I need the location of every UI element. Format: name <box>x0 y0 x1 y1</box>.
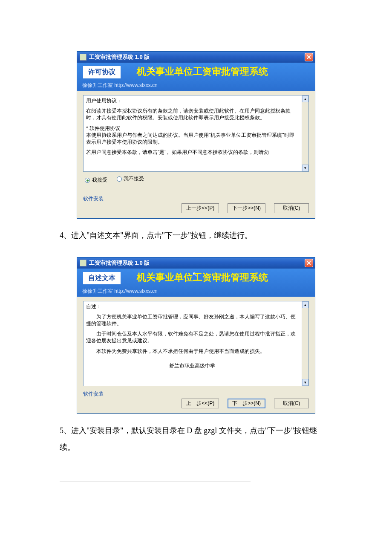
doc-step-5: 5、进入"安装目录"，默认安装目录在 D 盘 gzgl 文件夹，点击"下一步"按… <box>60 422 332 456</box>
radio-reject[interactable]: 我不接受 <box>117 175 144 182</box>
header-box-label: 许可协议 <box>83 66 121 78</box>
doc-step-4: 4、进入"自述文本"界面，点击"下一步"按钮，继续进行。 <box>60 227 332 244</box>
cancel-button[interactable]: 取消(C) <box>274 203 309 213</box>
readme-p3: 本软件为免费共享软件，本人不承担任何由于用户使用不当而造成的损失。 <box>86 348 298 355</box>
header-band: 自述文本 机关事业单位工资审批管理系统 ↖ 徐徐升工作室 http://www.… <box>77 269 315 297</box>
license-heading: 用户使用协议： <box>86 97 298 104</box>
readme-textbox[interactable]: 自述： 为了方便机关事业单位工资审批管理，应同事、好友孙刚之邀，本人编写了这款小… <box>83 301 309 386</box>
close-button[interactable]: ✕ <box>305 53 313 61</box>
header-band: 许可协议 机关事业单位工资审批管理系统 ↖ 徐徐升工作室 http://www.… <box>77 63 315 91</box>
header-box-label: 自述文本 <box>83 272 121 284</box>
cancel-button[interactable]: 取消(C) <box>274 399 309 408</box>
scroll-up-icon[interactable]: ▴ <box>302 95 308 102</box>
install-label: 软件安装 <box>83 390 309 398</box>
readme-dialog: 工资审批管理系统 1.0 版 ✕ 自述文本 机关事业单位工资审批管理系统 ↖ 徐… <box>77 257 315 414</box>
license-dialog: 工资审批管理系统 1.0 版 ✕ 许可协议 机关事业单位工资审批管理系统 ↖ 徐… <box>77 51 315 219</box>
next-button[interactable]: 下一步>>(N) <box>228 399 265 408</box>
license-p2a: * 软件使用协议 <box>86 125 298 132</box>
scrollbar[interactable]: ▴ ▾ <box>302 95 308 171</box>
radio-dot-icon <box>117 176 122 182</box>
radio-dot-icon <box>85 178 90 183</box>
scrollbar[interactable]: ▴ ▾ <box>302 301 308 386</box>
radio-reject-label: 我不接受 <box>124 175 144 182</box>
dialog-footer: 软件安装 上一步<<(P) 下一步>>(N) 取消(C) <box>77 195 315 218</box>
content-area: 自述： 为了方便机关事业单位工资审批管理，应同事、好友孙刚之邀，本人编写了这款小… <box>77 297 315 390</box>
dialog-footer: 软件安装 上一步<<(P) 下一步>>(N) 取消(C) <box>77 390 315 413</box>
radio-accept[interactable]: 我接受 <box>85 176 108 184</box>
window-title: 工资审批管理系统 1.0 版 <box>89 259 150 267</box>
radio-group: 我接受 我不接受 <box>83 172 309 191</box>
readme-signature: 舒兰市职业高级中学 <box>86 362 298 369</box>
readme-p2: 由于时间仓促及本人水平有限，软件难免有不足之处，恳请您在使用过程中批评指正，欢迎… <box>86 330 298 344</box>
license-p2b: 本使用协议系用户与作者之间达成的协议。当用户使用"机关事业单位工资审批管理系统"… <box>86 132 298 145</box>
install-label: 软件安装 <box>83 195 309 202</box>
prev-button[interactable]: 上一步<<(P) <box>182 399 219 408</box>
prev-button[interactable]: 上一步<<(P) <box>182 203 219 213</box>
readme-p1: 为了方便机关事业单位工资审批管理，应同事、好友孙刚之邀，本人编写了这款小巧、便捷… <box>86 313 298 327</box>
scroll-down-icon[interactable]: ▾ <box>302 165 308 171</box>
window-title: 工资审批管理系统 1.0 版 <box>89 53 150 61</box>
header-url: 徐徐升工作室 http://www.slxxs.cn <box>82 288 158 295</box>
scroll-up-icon[interactable]: ▴ <box>302 301 308 308</box>
titlebar[interactable]: 工资审批管理系统 1.0 版 ✕ <box>77 257 315 269</box>
header-url: 徐徐升工作室 http://www.slxxs.cn <box>82 82 158 89</box>
app-icon <box>80 54 86 61</box>
license-p3: 若用户同意接受本条款，请单击"是"。如果用户不同意本授权协议的条款，则请勿 <box>86 149 298 156</box>
radio-accept-label: 我接受 <box>92 176 108 184</box>
license-textbox[interactable]: 用户使用协议： 在阅读并接受本授权协议所有的条款之前，请勿安装或使用此软件。在用… <box>83 95 309 172</box>
readme-heading: 自述： <box>86 303 298 310</box>
content-area: 用户使用协议： 在阅读并接受本授权协议所有的条款之前，请勿安装或使用此软件。在用… <box>77 91 315 195</box>
header-banner: 机关事业单位工资审批管理系统 <box>137 65 268 78</box>
app-icon <box>80 260 86 266</box>
titlebar[interactable]: 工资审批管理系统 1.0 版 ✕ <box>77 52 315 63</box>
scroll-down-icon[interactable]: ▾ <box>302 379 308 386</box>
close-button[interactable]: ✕ <box>305 259 313 267</box>
footer-divider <box>60 482 251 482</box>
next-button[interactable]: 下一步>>(N) <box>228 203 265 213</box>
license-p1: 在阅读并接受本授权协议所有的条款之前，请勿安装或使用此软件。在用户同意此授权条款… <box>86 107 298 121</box>
header-banner: 机关事业单位工资审批管理系统 <box>137 271 268 284</box>
